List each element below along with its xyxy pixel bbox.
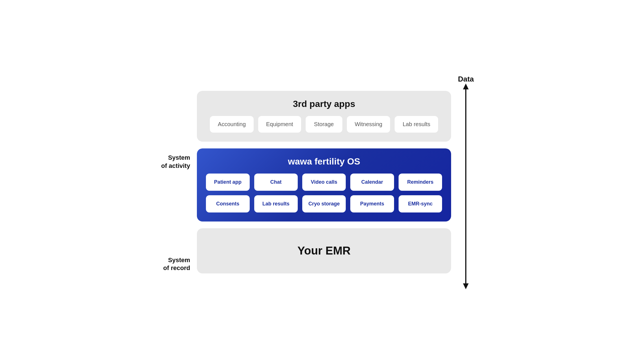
emr-title: Your EMR (297, 244, 351, 257)
data-arrow-svg (462, 84, 470, 289)
system-of-activity-label: Systemof activity (161, 154, 190, 170)
wawa-box: wawa fertility OS Patient app Chat Video… (197, 148, 451, 222)
left-labels: Systemof activity Systemof record (161, 75, 197, 289)
wawa-chip-lab-results: Lab results (254, 195, 298, 212)
wawa-chip-patient-app: Patient app (206, 174, 249, 191)
chip-storage: Storage (306, 116, 342, 133)
wawa-chip-payments: Payments (350, 195, 394, 212)
page-wrapper: Systemof activity Systemof record 3rd pa… (148, 75, 487, 289)
chip-accounting: Accounting (210, 116, 254, 133)
right-arrow-wrapper: Data (451, 75, 474, 289)
svg-marker-2 (463, 283, 469, 289)
chip-witnessing: Witnessing (347, 116, 390, 133)
third-party-title: 3rd party apps (206, 99, 442, 109)
wawa-title: wawa fertility OS (206, 156, 442, 167)
third-party-box: 3rd party apps Accounting Equipment Stor… (197, 91, 451, 142)
wawa-chip-consents: Consents (206, 195, 249, 212)
wawa-chip-cryo-storage: Cryo storage (302, 195, 346, 212)
wawa-chip-chat: Chat (254, 174, 298, 191)
data-label: Data (458, 75, 474, 84)
wawa-chip-reminders: Reminders (399, 174, 442, 191)
svg-rect-1 (465, 89, 466, 284)
center-content: 3rd party apps Accounting Equipment Stor… (197, 91, 451, 273)
chip-equipment: Equipment (258, 116, 301, 133)
wawa-grid: Patient app Chat Video calls Calendar Re… (206, 174, 442, 212)
third-party-chips: Accounting Equipment Storage Witnessing … (206, 116, 442, 133)
arrow-line (462, 84, 470, 289)
wawa-chip-video-calls: Video calls (302, 174, 346, 191)
wawa-chip-calendar: Calendar (350, 174, 394, 191)
wawa-chip-emr-sync: EMR-sync (399, 195, 442, 212)
svg-marker-0 (463, 84, 469, 89)
system-of-record-label: Systemof record (163, 256, 190, 272)
chip-lab-results: Lab results (395, 116, 438, 133)
emr-box: Your EMR (197, 228, 451, 273)
